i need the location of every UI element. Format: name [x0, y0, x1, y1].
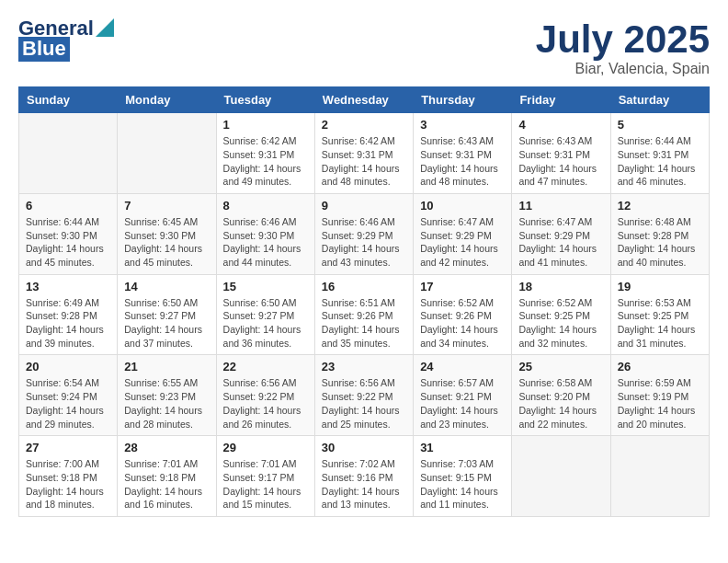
day-info: Sunrise: 6:47 AMSunset: 9:29 PMDaylight:… [420, 215, 505, 270]
calendar-cell: 15Sunrise: 6:50 AMSunset: 9:27 PMDayligh… [216, 274, 314, 355]
calendar-cell [19, 113, 118, 194]
day-number: 3 [420, 118, 505, 132]
day-number: 10 [420, 199, 505, 213]
calendar-cell: 22Sunrise: 6:56 AMSunset: 9:22 PMDayligh… [216, 355, 314, 436]
day-number: 23 [322, 360, 406, 373]
day-info: Sunrise: 6:46 AMSunset: 9:29 PMDaylight:… [322, 215, 406, 270]
day-info: Sunrise: 7:03 AMSunset: 9:15 PMDaylight:… [420, 457, 505, 511]
svg-marker-0 [96, 18, 114, 37]
calendar-cell: 23Sunrise: 6:56 AMSunset: 9:22 PMDayligh… [314, 355, 413, 436]
day-number: 19 [618, 280, 702, 293]
calendar-subtitle: Biar, Valencia, Spain [536, 61, 710, 77]
day-number: 25 [518, 360, 603, 373]
calendar-cell [610, 436, 709, 517]
day-info: Sunrise: 6:56 AMSunset: 9:22 PMDaylight:… [223, 376, 308, 431]
calendar-cell [118, 113, 216, 194]
day-info: Sunrise: 6:42 AMSunset: 9:31 PMDaylight:… [322, 134, 406, 189]
calendar-cell: 3Sunrise: 6:43 AMSunset: 9:31 PMDaylight… [414, 113, 512, 194]
day-number: 15 [223, 280, 308, 293]
day-info: Sunrise: 6:47 AMSunset: 9:29 PMDaylight:… [518, 215, 603, 270]
day-info: Sunrise: 6:58 AMSunset: 9:20 PMDaylight:… [518, 376, 603, 431]
weekday-header-wednesday: Wednesday [314, 87, 413, 113]
calendar-cell: 12Sunrise: 6:48 AMSunset: 9:28 PMDayligh… [610, 193, 709, 274]
day-info: Sunrise: 6:46 AMSunset: 9:30 PMDaylight:… [223, 215, 308, 270]
day-info: Sunrise: 6:57 AMSunset: 9:21 PMDaylight:… [420, 376, 505, 431]
day-info: Sunrise: 6:59 AMSunset: 9:19 PMDaylight:… [618, 376, 702, 431]
calendar-cell: 11Sunrise: 6:47 AMSunset: 9:29 PMDayligh… [512, 193, 610, 274]
day-info: Sunrise: 6:50 AMSunset: 9:27 PMDaylight:… [124, 296, 209, 350]
day-info: Sunrise: 6:44 AMSunset: 9:31 PMDaylight:… [618, 134, 702, 189]
weekday-header-saturday: Saturday [610, 87, 709, 113]
calendar-cell: 10Sunrise: 6:47 AMSunset: 9:29 PMDayligh… [414, 193, 512, 274]
day-number: 14 [124, 280, 209, 293]
calendar-cell: 18Sunrise: 6:52 AMSunset: 9:25 PMDayligh… [512, 274, 610, 355]
calendar-cell: 7Sunrise: 6:45 AMSunset: 9:30 PMDaylight… [118, 193, 216, 274]
calendar-cell: 26Sunrise: 6:59 AMSunset: 9:19 PMDayligh… [610, 355, 709, 436]
weekday-header-sunday: Sunday [19, 87, 118, 113]
day-number: 31 [420, 441, 505, 454]
day-number: 8 [223, 199, 308, 213]
day-number: 4 [518, 118, 603, 132]
day-number: 28 [124, 441, 209, 454]
day-info: Sunrise: 6:53 AMSunset: 9:25 PMDaylight:… [618, 296, 702, 350]
weekday-header-thursday: Thursday [414, 87, 512, 113]
day-number: 27 [26, 441, 110, 454]
day-info: Sunrise: 6:49 AMSunset: 9:28 PMDaylight:… [26, 296, 110, 350]
calendar-cell: 17Sunrise: 6:52 AMSunset: 9:26 PMDayligh… [414, 274, 512, 355]
calendar-cell: 29Sunrise: 7:01 AMSunset: 9:17 PMDayligh… [216, 436, 314, 517]
weekday-header-friday: Friday [512, 87, 610, 113]
day-number: 6 [26, 199, 110, 213]
calendar-title: July 2025 [536, 18, 710, 61]
day-info: Sunrise: 6:44 AMSunset: 9:30 PMDaylight:… [26, 215, 110, 270]
weekday-header-row: SundayMondayTuesdayWednesdayThursdayFrid… [19, 87, 710, 113]
day-info: Sunrise: 6:45 AMSunset: 9:30 PMDaylight:… [124, 215, 209, 270]
calendar-cell [512, 436, 610, 517]
calendar-cell: 30Sunrise: 7:02 AMSunset: 9:16 PMDayligh… [314, 436, 413, 517]
calendar-cell: 13Sunrise: 6:49 AMSunset: 9:28 PMDayligh… [19, 274, 118, 355]
logo-text: General [18, 18, 94, 39]
day-info: Sunrise: 6:54 AMSunset: 9:24 PMDaylight:… [26, 376, 110, 431]
calendar-cell: 24Sunrise: 6:57 AMSunset: 9:21 PMDayligh… [414, 355, 512, 436]
calendar-cell: 14Sunrise: 6:50 AMSunset: 9:27 PMDayligh… [118, 274, 216, 355]
week-row-3: 13Sunrise: 6:49 AMSunset: 9:28 PMDayligh… [19, 274, 710, 355]
day-info: Sunrise: 7:01 AMSunset: 9:17 PMDaylight:… [223, 457, 308, 511]
day-number: 22 [223, 360, 308, 373]
week-row-4: 20Sunrise: 6:54 AMSunset: 9:24 PMDayligh… [19, 355, 710, 436]
day-info: Sunrise: 7:02 AMSunset: 9:16 PMDaylight:… [322, 457, 406, 511]
day-number: 5 [618, 118, 702, 132]
logo-blue: Blue [18, 37, 70, 62]
day-info: Sunrise: 6:43 AMSunset: 9:31 PMDaylight:… [420, 134, 505, 189]
calendar-table: SundayMondayTuesdayWednesdayThursdayFrid… [18, 86, 710, 517]
day-number: 13 [26, 280, 110, 293]
day-number: 24 [420, 360, 505, 373]
weekday-header-tuesday: Tuesday [216, 87, 314, 113]
day-info: Sunrise: 6:56 AMSunset: 9:22 PMDaylight:… [322, 376, 406, 431]
title-area: July 2025 Biar, Valencia, Spain [536, 18, 710, 77]
calendar-cell: 27Sunrise: 7:00 AMSunset: 9:18 PMDayligh… [19, 436, 118, 517]
calendar-cell: 9Sunrise: 6:46 AMSunset: 9:29 PMDaylight… [314, 193, 413, 274]
day-number: 7 [124, 199, 209, 213]
day-number: 2 [322, 118, 406, 132]
logo: General Blue [18, 18, 114, 62]
page-header: General Blue July 2025 Biar, Valencia, S… [18, 18, 710, 77]
day-info: Sunrise: 6:52 AMSunset: 9:26 PMDaylight:… [420, 296, 505, 350]
day-info: Sunrise: 7:00 AMSunset: 9:18 PMDaylight:… [26, 457, 110, 511]
day-number: 26 [618, 360, 702, 373]
day-info: Sunrise: 6:50 AMSunset: 9:27 PMDaylight:… [223, 296, 308, 350]
day-number: 30 [322, 441, 406, 454]
calendar-cell: 6Sunrise: 6:44 AMSunset: 9:30 PMDaylight… [19, 193, 118, 274]
day-info: Sunrise: 6:55 AMSunset: 9:23 PMDaylight:… [124, 376, 209, 431]
day-info: Sunrise: 6:43 AMSunset: 9:31 PMDaylight:… [518, 134, 603, 189]
calendar-cell: 5Sunrise: 6:44 AMSunset: 9:31 PMDaylight… [610, 113, 709, 194]
day-info: Sunrise: 6:48 AMSunset: 9:28 PMDaylight:… [618, 215, 702, 270]
logo-icon [96, 18, 114, 37]
calendar-cell: 1Sunrise: 6:42 AMSunset: 9:31 PMDaylight… [216, 113, 314, 194]
calendar-cell: 25Sunrise: 6:58 AMSunset: 9:20 PMDayligh… [512, 355, 610, 436]
day-number: 29 [223, 441, 308, 454]
day-number: 21 [124, 360, 209, 373]
weekday-header-monday: Monday [118, 87, 216, 113]
calendar-cell: 21Sunrise: 6:55 AMSunset: 9:23 PMDayligh… [118, 355, 216, 436]
calendar-cell: 4Sunrise: 6:43 AMSunset: 9:31 PMDaylight… [512, 113, 610, 194]
day-number: 1 [223, 118, 308, 132]
calendar-cell: 19Sunrise: 6:53 AMSunset: 9:25 PMDayligh… [610, 274, 709, 355]
